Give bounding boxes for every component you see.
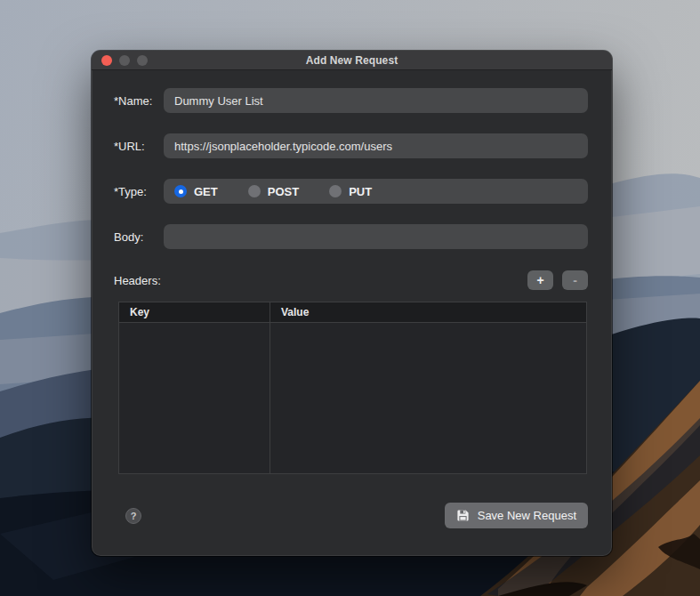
url-label: *URL: (114, 140, 164, 153)
body-input[interactable] (164, 224, 588, 249)
help-button[interactable]: ? (125, 508, 141, 524)
name-label: *Name: (114, 94, 164, 108)
window-titlebar[interactable]: Add New Request (92, 51, 612, 70)
radio-unselected-icon (248, 185, 261, 197)
headers-label: Headers: (114, 274, 161, 287)
close-button[interactable] (101, 55, 112, 66)
add-new-request-window: Add New Request *Name: *URL: *Type: GET … (92, 51, 612, 556)
remove-header-button[interactable]: - (562, 270, 588, 290)
form-content: *Name: *URL: *Type: GET POST PUT (92, 70, 612, 528)
type-label: *Type: (114, 185, 164, 198)
type-row: *Type: GET POST PUT (114, 179, 588, 204)
radio-unselected-icon (329, 185, 342, 197)
body-label: Body: (114, 230, 164, 244)
radio-put-label: PUT (349, 185, 372, 198)
window-title: Add New Request (306, 54, 398, 67)
radio-selected-icon (174, 185, 187, 197)
type-radio-group: GET POST PUT (164, 179, 588, 204)
save-button-label: Save New Request (478, 509, 576, 522)
url-row: *URL: (114, 133, 588, 158)
value-column-body[interactable] (270, 323, 586, 473)
body-row: Body: (114, 224, 588, 249)
add-header-button[interactable]: + (527, 270, 553, 290)
save-floppy-icon (456, 509, 470, 522)
traffic-lights (101, 51, 148, 69)
radio-get-label: GET (194, 185, 218, 198)
key-column-body[interactable] (119, 323, 270, 473)
radio-option-put[interactable]: PUT (329, 185, 372, 198)
name-input[interactable] (164, 88, 588, 113)
key-column-header: Key (119, 302, 270, 322)
save-new-request-button[interactable]: Save New Request (445, 503, 588, 528)
headers-table-header: Key Value (119, 302, 586, 323)
headers-table[interactable]: Key Value (118, 302, 587, 474)
radio-option-post[interactable]: POST (248, 185, 299, 198)
headers-row: Headers: + - (114, 270, 588, 291)
minimize-button[interactable] (119, 55, 130, 66)
radio-post-label: POST (268, 185, 299, 198)
value-column-header: Value (270, 306, 586, 318)
headers-table-body[interactable] (119, 323, 586, 473)
zoom-button[interactable] (137, 55, 148, 66)
footer: ? Save New Request (114, 503, 588, 528)
name-row: *Name: (114, 88, 588, 113)
radio-option-get[interactable]: GET (174, 185, 218, 198)
url-input[interactable] (164, 133, 588, 158)
